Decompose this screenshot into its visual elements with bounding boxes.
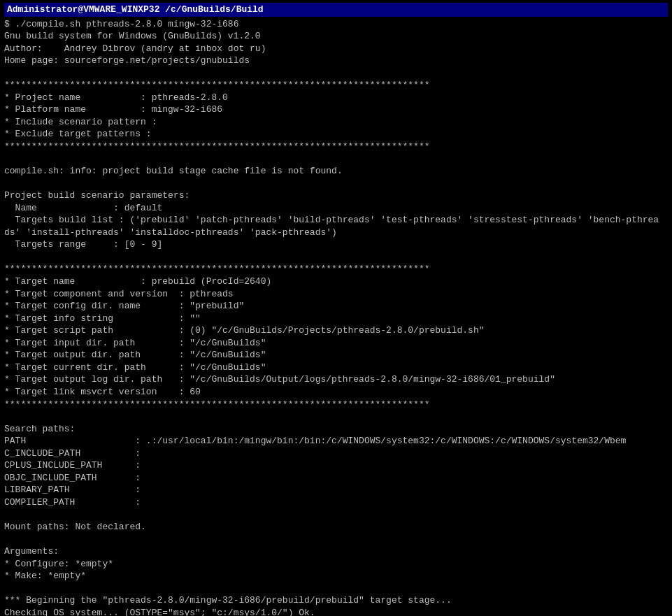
- terminal-content: $ ./compile.sh pthreads-2.8.0 mingw-32-i…: [4, 18, 668, 616]
- title-bar: Administrator@VMWARE_WINXP32 /c/GnuBuild…: [4, 3, 668, 17]
- terminal-window: Administrator@VMWARE_WINXP32 /c/GnuBuild…: [0, 0, 672, 616]
